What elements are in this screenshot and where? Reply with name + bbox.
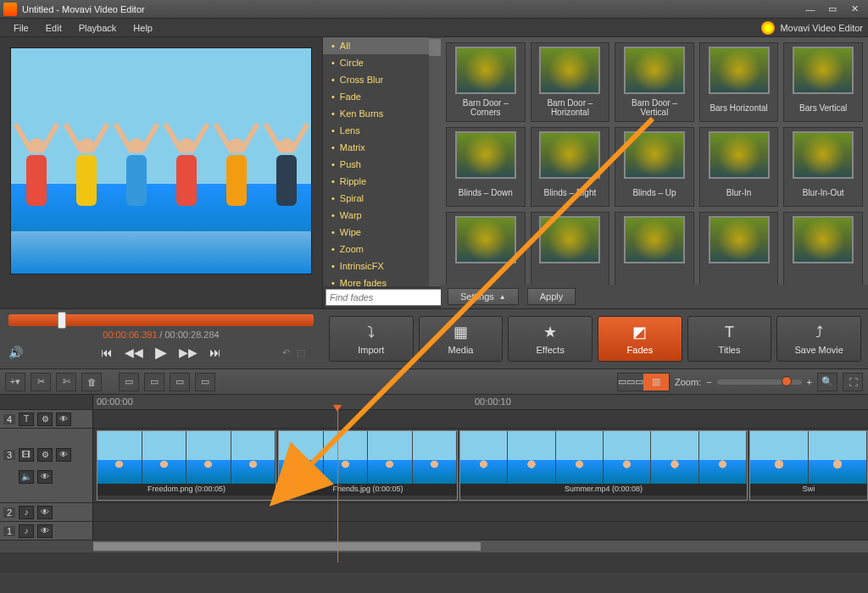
category-item[interactable]: Lens bbox=[323, 122, 441, 139]
transition-item[interactable] bbox=[615, 212, 694, 285]
category-item[interactable]: Zoom bbox=[323, 241, 441, 258]
import-tab[interactable]: ⤵Import bbox=[329, 316, 414, 362]
category-item[interactable]: All bbox=[323, 37, 441, 54]
forward-button[interactable]: ▶▶ bbox=[179, 346, 198, 359]
track-header[interactable]: 1♪👁 bbox=[0, 522, 93, 540]
category-item[interactable]: Spiral bbox=[323, 190, 441, 207]
menu-edit[interactable]: Edit bbox=[37, 20, 70, 36]
timeline-scrollbar[interactable] bbox=[0, 540, 868, 552]
zoom-slider[interactable] bbox=[717, 380, 802, 385]
view-toggle[interactable]: ▭▭▭ ▥ bbox=[617, 373, 670, 391]
category-item[interactable]: Wipe bbox=[323, 224, 441, 241]
time-display: 00:00:06.391 / 00:00:28.284 bbox=[0, 330, 322, 340]
zoom-label: Zoom: bbox=[675, 377, 701, 387]
video-track-icon: 🎞 bbox=[19, 448, 34, 462]
transition-item[interactable]: Bars Vertical bbox=[783, 42, 863, 122]
effects-tab[interactable]: ★Effects bbox=[508, 316, 593, 362]
add-button[interactable]: +▾ bbox=[5, 373, 25, 391]
trash-button[interactable]: 🗑 bbox=[81, 373, 102, 391]
menu-file[interactable]: File bbox=[5, 20, 37, 36]
transition-item[interactable]: Blur-In-Out bbox=[783, 127, 863, 207]
tool-button[interactable]: ▭ bbox=[170, 373, 190, 391]
visibility-icon[interactable]: 👁 bbox=[56, 448, 71, 462]
timeline-clip[interactable]: Freedom.png (0:00:05) bbox=[97, 430, 276, 501]
track-header[interactable]: 3🎞⚙👁 🔈👁 bbox=[0, 429, 93, 502]
transition-item[interactable]: Blinds – Down bbox=[446, 127, 526, 207]
fullscreen-button[interactable]: ⛶ bbox=[843, 373, 863, 391]
category-item[interactable]: Matrix bbox=[323, 139, 441, 156]
category-item[interactable]: IntrinsicFX bbox=[323, 258, 441, 274]
fx-icon[interactable]: ⚙ bbox=[37, 448, 53, 462]
playhead[interactable] bbox=[337, 410, 338, 563]
seek-slider[interactable] bbox=[8, 314, 314, 326]
visibility-icon[interactable]: 👁 bbox=[56, 413, 71, 426]
category-item[interactable]: Warp bbox=[323, 207, 441, 224]
category-item[interactable]: Ripple bbox=[323, 173, 441, 190]
zoom-out-icon[interactable]: − bbox=[706, 377, 711, 387]
media-tab[interactable]: ▦Media bbox=[419, 316, 504, 362]
save-movie-tab[interactable]: ⤴Save Movie bbox=[776, 316, 861, 362]
track-header[interactable]: 2♪👁 bbox=[0, 503, 93, 521]
transition-item[interactable]: Bars Horizontal bbox=[699, 42, 779, 122]
mute-icon[interactable]: 👁 bbox=[37, 506, 53, 519]
category-item[interactable]: Fade bbox=[323, 88, 441, 105]
category-item[interactable]: Cross Blur bbox=[323, 71, 441, 88]
preview-player[interactable] bbox=[10, 47, 312, 274]
rewind-button[interactable]: ◀◀ bbox=[125, 346, 143, 359]
menu-playback[interactable]: Playback bbox=[70, 20, 125, 36]
transition-item[interactable] bbox=[783, 212, 863, 285]
brand-text: Movavi Video Editor bbox=[780, 23, 863, 33]
transition-item[interactable]: Blinds – Up bbox=[615, 127, 694, 207]
save-icon: ⤴ bbox=[815, 324, 823, 341]
tool-button[interactable]: ▭ bbox=[144, 373, 164, 391]
timeline-clip[interactable]: Swi bbox=[749, 430, 868, 501]
settings-button[interactable]: Settings▲ bbox=[448, 288, 519, 305]
menu-help[interactable]: Help bbox=[125, 20, 161, 36]
audio-track-icon: ♪ bbox=[19, 506, 34, 519]
category-scrollbar[interactable] bbox=[429, 37, 441, 286]
category-item[interactable]: Circle bbox=[323, 54, 441, 71]
transition-item[interactable]: Barn Door – Corners bbox=[446, 42, 526, 122]
category-item[interactable]: Ken Burns bbox=[323, 105, 441, 122]
undo-button[interactable]: ↶ bbox=[282, 347, 290, 358]
split-button[interactable]: ✄ bbox=[56, 373, 76, 391]
next-button[interactable]: ⏭ bbox=[209, 346, 221, 359]
find-fades-input[interactable] bbox=[326, 289, 452, 306]
transition-item[interactable]: Blinds – Right bbox=[531, 127, 610, 207]
zoom-in-icon[interactable]: + bbox=[807, 377, 812, 387]
transition-item[interactable]: Blur-In bbox=[699, 127, 779, 207]
maximize-button[interactable]: ▭ bbox=[822, 3, 843, 16]
cut-button[interactable]: ✂ bbox=[31, 373, 51, 391]
timeline-clip[interactable]: ★ Friends.jpg (0:00:05) bbox=[278, 430, 458, 501]
category-item[interactable]: More fades bbox=[323, 274, 441, 286]
mute-icon[interactable]: 👁 bbox=[37, 524, 53, 538]
timeline-view-icon[interactable]: ▥ bbox=[643, 374, 669, 391]
fades-tab[interactable]: ◩Fades bbox=[598, 316, 682, 362]
mute-icon[interactable]: 👁 bbox=[37, 470, 53, 484]
transition-item[interactable] bbox=[699, 212, 779, 285]
transition-item[interactable]: Barn Door – Horizontal bbox=[531, 42, 610, 122]
category-list[interactable]: All Circle Cross Blur Fade Ken Burns Len… bbox=[323, 37, 441, 286]
timeline-clip[interactable]: Summer.mp4 (0:00:08) bbox=[459, 430, 748, 501]
volume-icon[interactable]: 🔊 bbox=[8, 346, 23, 359]
transition-item[interactable]: Barn Door – Vertical bbox=[615, 42, 694, 122]
star-icon: ★ bbox=[543, 323, 557, 341]
apply-button[interactable]: Apply bbox=[527, 288, 576, 305]
zoom-fit-button[interactable]: 🔍 bbox=[817, 373, 837, 391]
close-button[interactable]: ✕ bbox=[844, 3, 865, 16]
time-ruler[interactable]: 00:00:00 00:00:10 bbox=[93, 395, 868, 409]
prev-button[interactable]: ⏮ bbox=[101, 346, 113, 359]
play-button[interactable]: ▶ bbox=[155, 343, 167, 362]
storyboard-view-icon[interactable]: ▭▭▭ bbox=[618, 374, 643, 391]
redo-button[interactable]: ⬚ bbox=[297, 347, 305, 358]
category-item[interactable]: Push bbox=[323, 156, 441, 173]
track-header[interactable]: 4T⚙👁 bbox=[0, 410, 93, 428]
minimize-button[interactable]: — bbox=[800, 3, 821, 16]
fx-icon[interactable]: ⚙ bbox=[37, 413, 53, 426]
tool-button[interactable]: ▭ bbox=[119, 373, 139, 391]
timeline: 00:00:00 00:00:10 4T⚙👁 3🎞⚙👁 🔈👁 Freedom.p… bbox=[0, 395, 868, 573]
transition-item[interactable] bbox=[531, 212, 610, 285]
titles-tab[interactable]: TTitles bbox=[687, 316, 772, 362]
tool-button[interactable]: ▭ bbox=[195, 373, 215, 391]
transition-item[interactable] bbox=[446, 212, 526, 285]
